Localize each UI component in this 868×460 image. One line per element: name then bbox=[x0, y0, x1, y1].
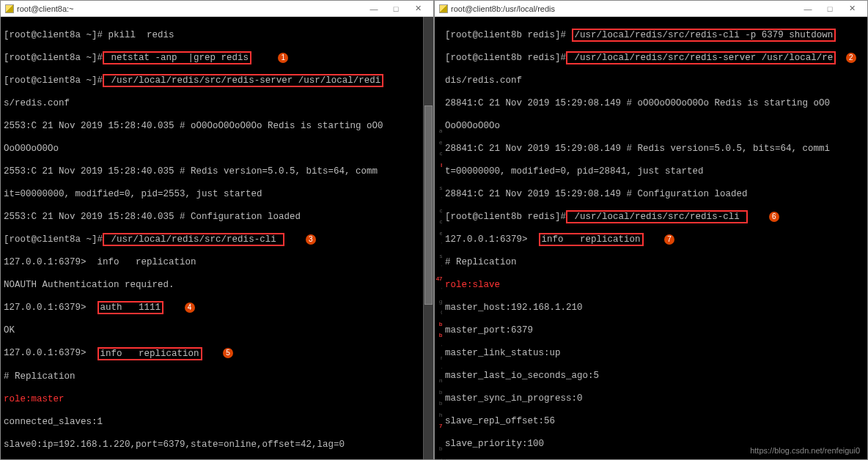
cmd-box-shutdown: /usr/local/redis/src/redis-cli -p 6379 s… bbox=[572, 29, 836, 42]
terminal-window-left: root@client8a:~ — □ ✕ [root@client8a ~]#… bbox=[0, 0, 434, 460]
scrollbar-thumb-left[interactable] bbox=[424, 105, 433, 305]
cmd-box-redis-server-r: /usr/local/redis/src/redis-server /usr/l… bbox=[566, 51, 836, 64]
cmd-box-info-rep-r: info replication bbox=[539, 233, 644, 246]
scrollbar-left[interactable] bbox=[423, 17, 433, 459]
badge-6: 6 bbox=[769, 212, 779, 222]
badge-1: 1 bbox=[278, 53, 288, 63]
cmd-box-redis-server: /usr/local/redis/src/redis-server /usr/l… bbox=[103, 74, 383, 87]
role-master: role:master bbox=[4, 394, 65, 404]
badge-4: 4 bbox=[185, 303, 195, 313]
window-controls-left: — □ ✕ bbox=[363, 1, 429, 16]
window-title-right: root@client8b:/usr/local/redis bbox=[451, 4, 797, 13]
role-slave: role:slave bbox=[445, 280, 500, 290]
close-button[interactable]: ✕ bbox=[407, 1, 429, 16]
badge-2: 2 bbox=[846, 53, 856, 63]
titlebar-left[interactable]: root@client8a:~ — □ ✕ bbox=[1, 1, 433, 17]
titlebar-right[interactable]: root@client8b:/usr/local/redis — □ ✕ bbox=[435, 1, 867, 17]
close-button[interactable]: ✕ bbox=[841, 1, 863, 16]
minimize-button[interactable]: — bbox=[797, 1, 819, 16]
window-title-left: root@client8a:~ bbox=[17, 4, 363, 13]
watermark-text: https://blog.csdn.net/renfeigui0 bbox=[750, 446, 860, 455]
badge-3: 3 bbox=[306, 234, 316, 245]
cmd-box-redis-cli: /usr/local/redis/src/redis-cli bbox=[103, 233, 284, 246]
terminal-right[interactable]: [root@client8b redis]# /usr/local/redis/… bbox=[442, 17, 867, 459]
maximize-button[interactable]: □ bbox=[385, 1, 407, 16]
terminal-window-right: root@client8b:/usr/local/redis — □ ✕ ane… bbox=[434, 0, 868, 460]
terminal-left[interactable]: [root@client8a ~]# pkill redis [root@cli… bbox=[1, 17, 433, 459]
minimize-button[interactable]: — bbox=[363, 1, 385, 16]
window-controls-right: — □ ✕ bbox=[797, 1, 863, 16]
badge-5: 5 bbox=[223, 348, 233, 358]
maximize-button[interactable]: □ bbox=[819, 1, 841, 16]
putty-icon bbox=[5, 4, 14, 13]
putty-icon bbox=[439, 4, 448, 13]
cmd-box-info-rep: info replication bbox=[98, 347, 202, 360]
badge-7: 7 bbox=[664, 234, 674, 245]
cmd-box-redis-cli-r: /usr/local/redis/src/redis-cli bbox=[566, 210, 748, 223]
cmd-box-netstat: netstat -anp |grep redis bbox=[103, 51, 251, 64]
cmd-box-auth: auth 1111 bbox=[98, 301, 164, 314]
